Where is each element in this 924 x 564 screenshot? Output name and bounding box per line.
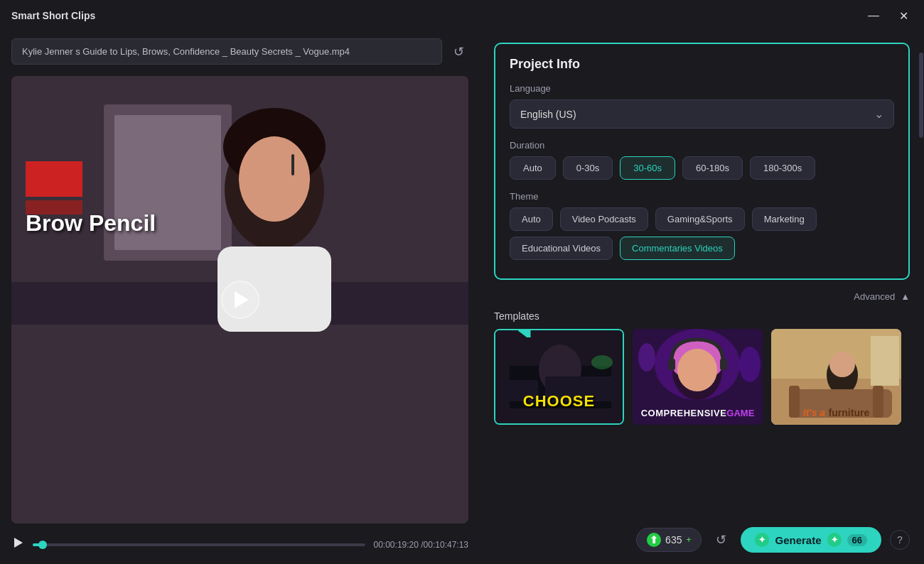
app-title: Smart Short Clips: [11, 10, 95, 21]
video-overlay-text: Brow Pencil: [26, 210, 156, 237]
main-layout: Kylie Jenner s Guide to Lips, Brows, Con…: [0, 31, 924, 564]
left-panel: Kylie Jenner s Guide to Lips, Brows, Con…: [0, 31, 480, 564]
advanced-row: Advanced ▲: [494, 291, 910, 302]
minimize-button[interactable]: —: [864, 8, 883, 24]
svg-point-27: [638, 343, 655, 372]
help-button[interactable]: ?: [890, 530, 910, 550]
project-info-section: Project Info Language English (US) ⌄ Dur…: [494, 43, 910, 280]
svg-rect-26: [720, 359, 727, 370]
template-bg-1: CHOOSE: [495, 330, 623, 423]
generate-label: Generate: [775, 534, 821, 546]
template-card-3[interactable]: It's a furniture: [771, 329, 901, 425]
language-value: English (US): [520, 109, 576, 120]
reload-button[interactable]: ↺: [710, 529, 732, 551]
progress-thumb: [38, 541, 47, 549]
template-3-its: It's a: [803, 407, 825, 418]
close-button[interactable]: ✕: [895, 8, 913, 24]
credits-value: 635: [665, 534, 682, 546]
theme-row2: Educational Videos Commentaries Videos: [510, 237, 894, 260]
svg-point-24: [677, 349, 717, 391]
total-time-value: /00:10:47:13: [421, 540, 468, 550]
duration-0-30s[interactable]: 0-30s: [563, 156, 613, 180]
duration-options: Auto 0-30s 30-60s 60-180s 180-300s: [510, 156, 894, 180]
svg-rect-11: [291, 154, 294, 175]
templates-section: Templates: [494, 310, 910, 513]
play-icon: [235, 291, 249, 308]
credits-plus-icon: ⬆: [647, 533, 661, 547]
theme-auto[interactable]: Auto: [510, 207, 553, 231]
file-reload-button[interactable]: ↺: [449, 40, 468, 64]
play-small-button[interactable]: [11, 536, 24, 553]
scrollbar-track: [918, 31, 924, 564]
generate-cost-icon: ✦: [827, 533, 842, 547]
templates-grid: CHOOSE: [494, 329, 910, 425]
svg-marker-12: [14, 538, 23, 548]
duration-60-180s[interactable]: 60-180s: [682, 156, 743, 180]
template-3-caption-container: It's a furniture: [771, 406, 901, 419]
template-2-caption-highlight: GAME: [726, 408, 754, 418]
template-2-caption-container: COMPREHENSIVEGAME: [633, 406, 763, 419]
theme-gaming-sports[interactable]: Gaming&Sports: [655, 207, 745, 231]
play-button[interactable]: [221, 281, 259, 319]
bottom-action-bar: ⬆ 635 + ↺ ✦ Generate ✦ 66 ?: [494, 521, 910, 553]
generate-icon: ✦: [755, 533, 769, 547]
title-bar: Smart Short Clips — ✕: [0, 0, 924, 31]
progress-bar[interactable]: [33, 543, 365, 546]
theme-marketing[interactable]: Marketing: [752, 207, 817, 231]
svg-point-28: [739, 347, 761, 382]
credits-badge: ⬆ 635 +: [636, 528, 702, 552]
template-card-2[interactable]: COMPREHENSIVEGAME: [633, 329, 763, 425]
theme-educational-videos[interactable]: Educational Videos: [510, 237, 613, 260]
credits-add-button[interactable]: +: [686, 535, 691, 545]
theme-video-podcasts[interactable]: Video Podcasts: [560, 207, 648, 231]
template-2-caption-main: COMPREHENSIVE: [641, 408, 727, 418]
file-input[interactable]: Kylie Jenner s Guide to Lips, Brows, Con…: [11, 38, 442, 65]
template-bg-3: It's a furniture: [771, 329, 901, 425]
play-small-icon: [11, 536, 24, 549]
template-3-furniture: furniture: [829, 407, 870, 418]
generate-count: 66: [847, 534, 867, 546]
svg-rect-36: [871, 336, 899, 386]
template-bg-2: COMPREHENSIVEGAME: [633, 329, 763, 425]
svg-rect-25: [668, 359, 675, 370]
window-controls: — ✕: [864, 8, 913, 24]
scrollbar-thumb[interactable]: [919, 53, 923, 138]
current-time: 00:00:19:20 /00:10:47:13: [374, 540, 468, 550]
template-1-caption: CHOOSE: [495, 392, 623, 411]
duration-30-60s[interactable]: 30-60s: [620, 156, 675, 180]
duration-label: Duration: [510, 140, 894, 151]
language-dropdown[interactable]: English (US) ⌄: [510, 99, 894, 129]
theme-commentaries-videos[interactable]: Commentaries Videos: [620, 237, 735, 260]
generate-button[interactable]: ✦ Generate ✦ 66: [741, 527, 881, 553]
template-card-1[interactable]: CHOOSE: [494, 329, 624, 425]
dropdown-arrow-icon: ⌄: [874, 107, 883, 121]
video-player: Brow Pencil: [11, 76, 468, 524]
theme-row1: Auto Video Podcasts Gaming&Sports Market…: [510, 207, 894, 231]
duration-auto[interactable]: Auto: [510, 156, 556, 180]
svg-point-18: [591, 355, 613, 369]
video-controls: 00:00:19:20 /00:10:47:13: [11, 529, 468, 553]
right-panel: Project Info Language English (US) ⌄ Dur…: [480, 31, 924, 564]
theme-label: Theme: [510, 191, 894, 202]
project-info-title: Project Info: [510, 57, 894, 72]
duration-180-300s[interactable]: 180-300s: [750, 156, 815, 180]
templates-label: Templates: [494, 310, 910, 322]
svg-point-32: [829, 352, 855, 377]
svg-point-8: [239, 136, 310, 222]
template-1-svg: [495, 330, 624, 425]
current-time-value: 00:00:19:20: [374, 540, 419, 550]
language-label: Language: [510, 83, 894, 94]
svg-rect-3: [26, 161, 82, 197]
file-row: Kylie Jenner s Guide to Lips, Brows, Con…: [11, 38, 468, 65]
advanced-chevron-icon[interactable]: ▲: [901, 291, 910, 302]
advanced-label[interactable]: Advanced: [854, 291, 895, 302]
